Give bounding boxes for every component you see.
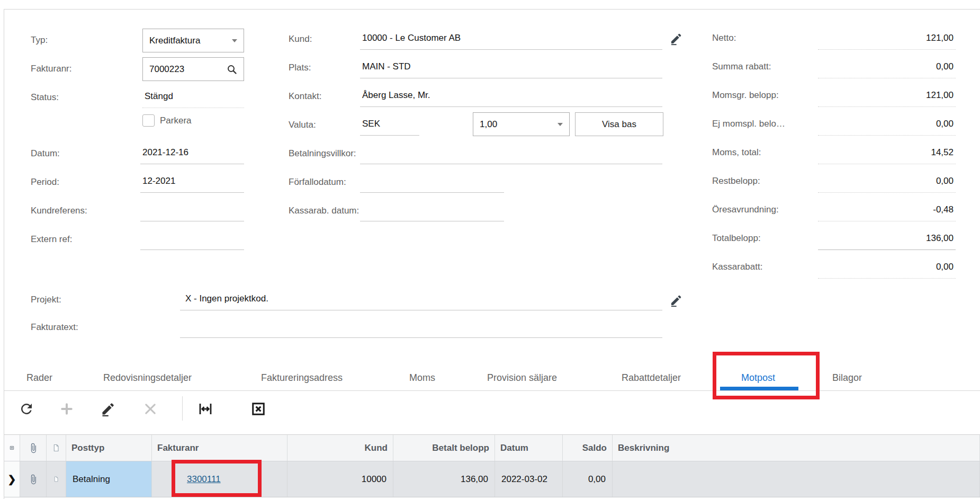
cell-betalt-belopp: 136,00 xyxy=(393,461,495,497)
paperclip-icon[interactable] xyxy=(20,461,47,497)
extern-ref-field[interactable] xyxy=(140,230,244,250)
datum-field[interactable]: 2021-12-16 xyxy=(140,144,244,164)
kontakt-field[interactable]: Åberg Lasse, Mr. xyxy=(360,87,662,107)
row-selector-chevron-right-icon: ❯ xyxy=(4,461,20,497)
cell-saldo: 0,00 xyxy=(563,461,613,497)
fakturanr-link[interactable]: 3300111 xyxy=(187,474,221,485)
col-posttyp[interactable]: Posttyp xyxy=(66,435,152,461)
fit-width-button[interactable] xyxy=(194,397,217,421)
active-tab-indicator xyxy=(720,387,798,390)
visa-bas-button[interactable]: Visa bas xyxy=(575,112,663,136)
totalbelopp-label: Totalbelopp: xyxy=(712,233,761,244)
summa-rabatt-value: 0,00 xyxy=(818,58,956,78)
kassarab-datum-label: Kassarab. datum: xyxy=(289,206,359,216)
cell-fakturanr: 3300111 xyxy=(152,461,287,497)
chevron-down-icon xyxy=(558,123,563,126)
kund-field[interactable]: 10000 - Le Customer AB xyxy=(360,30,662,50)
status-label: Status: xyxy=(31,92,59,103)
typ-value: Kreditfaktura xyxy=(149,35,200,46)
summa-rabatt-label: Summa rabatt: xyxy=(712,61,771,72)
notes-icon xyxy=(4,435,20,461)
kassarab-datum-field[interactable] xyxy=(360,201,504,221)
chevron-down-icon xyxy=(232,39,237,42)
file-icon[interactable] xyxy=(47,461,66,497)
fakturatext-label: Fakturatext: xyxy=(31,322,78,333)
export-excel-button[interactable] xyxy=(247,397,270,421)
momsgr-belopp-label: Momsgr. belopp: xyxy=(712,90,779,101)
forfallodatum-label: Förfallodatum: xyxy=(289,177,346,188)
period-field[interactable]: 12-2021 xyxy=(140,173,244,193)
fakturatext-field[interactable] xyxy=(180,318,662,338)
grid-header-row: Posttyp Fakturanr Kund Betalt belopp Dat… xyxy=(4,434,980,461)
detail-tabstrip: Rader Redovisningsdetaljer Faktureringsa… xyxy=(4,366,980,391)
cell-posttyp: Betalning xyxy=(66,461,152,497)
col-datum[interactable]: Datum xyxy=(495,435,563,461)
tab-faktureringsadress[interactable]: Faktureringsadress xyxy=(261,366,343,390)
tab-redovisningsdetaljer[interactable]: Redovisningsdetaljer xyxy=(103,366,192,390)
motpost-grid: Posttyp Fakturanr Kund Betalt belopp Dat… xyxy=(4,434,980,497)
totalbelopp-value[interactable]: 136,00 xyxy=(818,230,956,250)
kundreferens-field[interactable] xyxy=(140,201,244,221)
projekt-pencil-icon[interactable] xyxy=(668,292,684,308)
forfallodatum-field[interactable] xyxy=(360,173,504,193)
valuta-label: Valuta: xyxy=(289,120,316,130)
col-beskrivning[interactable]: Beskrivning xyxy=(613,435,980,461)
betalningsvillkor-label: Betalningsvillkor: xyxy=(289,148,356,159)
typ-select[interactable]: Kreditfaktura xyxy=(142,29,244,52)
tab-motpost-label: Motpost xyxy=(741,372,775,384)
cell-kund: 10000 xyxy=(287,461,393,497)
col-kund[interactable]: Kund xyxy=(287,435,393,461)
momsgr-belopp-value: 121,00 xyxy=(818,87,956,107)
cell-beskrivning xyxy=(613,461,980,497)
valuta-rate-value: 1,00 xyxy=(480,119,497,130)
table-row[interactable]: ❯ Betalning 3300111 10000 136,00 2022-03… xyxy=(4,461,980,497)
col-saldo[interactable]: Saldo xyxy=(563,435,613,461)
paperclip-icon xyxy=(20,435,47,461)
kund-label: Kund: xyxy=(289,34,312,44)
plats-label: Plats: xyxy=(289,63,311,73)
col-betalt-belopp[interactable]: Betalt belopp xyxy=(393,435,495,461)
netto-label: Netto: xyxy=(712,33,736,43)
restbelopp-value: 0,00 xyxy=(818,173,956,193)
betalningsvillkor-field[interactable] xyxy=(360,144,662,164)
status-value: Stängd xyxy=(142,88,244,108)
fakturanr-label: Fakturanr: xyxy=(31,64,71,74)
kund-pencil-icon[interactable] xyxy=(668,31,684,47)
period-label: Period: xyxy=(31,177,59,188)
tab-rabattdetaljer[interactable]: Rabattdetaljer xyxy=(622,366,681,390)
kassarabatt-value: 0,00 xyxy=(818,259,956,279)
valuta-rate-select[interactable]: 1,00 xyxy=(473,112,570,136)
plats-field[interactable]: MAIN - STD xyxy=(360,58,662,78)
tab-provision-saljare[interactable]: Provision säljare xyxy=(487,366,557,390)
cell-datum: 2022-03-02 xyxy=(495,461,563,497)
tab-motpost[interactable]: Motpost xyxy=(741,366,775,390)
tab-bilagor[interactable]: Bilagor xyxy=(832,366,862,390)
refresh-button[interactable] xyxy=(15,397,38,421)
toolbar-divider xyxy=(182,396,183,421)
ej-momspl-label: Ej momspl. belo… xyxy=(712,119,785,129)
parkera-label: Parkera xyxy=(160,115,192,126)
form-panel-border xyxy=(4,9,980,499)
extern-ref-label: Extern ref: xyxy=(31,234,72,245)
netto-value: 121,00 xyxy=(818,30,956,50)
invoice-screen: Typ: Kreditfaktura Fakturanr: 7000223 St… xyxy=(0,0,980,499)
valuta-currency-field[interactable]: SEK xyxy=(360,115,419,136)
oresavrundning-label: Öresavrundning: xyxy=(712,204,779,215)
datum-label: Datum: xyxy=(31,148,60,159)
search-icon[interactable] xyxy=(226,63,238,76)
moms-total-label: Moms, total: xyxy=(712,147,761,158)
projekt-field[interactable]: X - Ingen projektkod. xyxy=(180,290,662,310)
parkera-checkbox[interactable] xyxy=(142,114,155,127)
delete-row-button[interactable] xyxy=(139,397,162,421)
file-icon xyxy=(47,435,66,461)
tab-rader[interactable]: Rader xyxy=(26,366,52,390)
ej-momspl-value: 0,00 xyxy=(818,115,956,136)
fakturanr-value: 7000223 xyxy=(149,64,184,75)
edit-row-button[interactable] xyxy=(96,397,120,421)
fakturanr-input[interactable]: 7000223 xyxy=(142,57,244,81)
tab-moms[interactable]: Moms xyxy=(409,366,435,390)
kassarabatt-label: Kassarabatt: xyxy=(712,262,762,272)
projekt-label: Projekt: xyxy=(31,295,61,305)
add-row-button[interactable] xyxy=(55,397,78,421)
col-fakturanr[interactable]: Fakturanr xyxy=(152,435,287,461)
